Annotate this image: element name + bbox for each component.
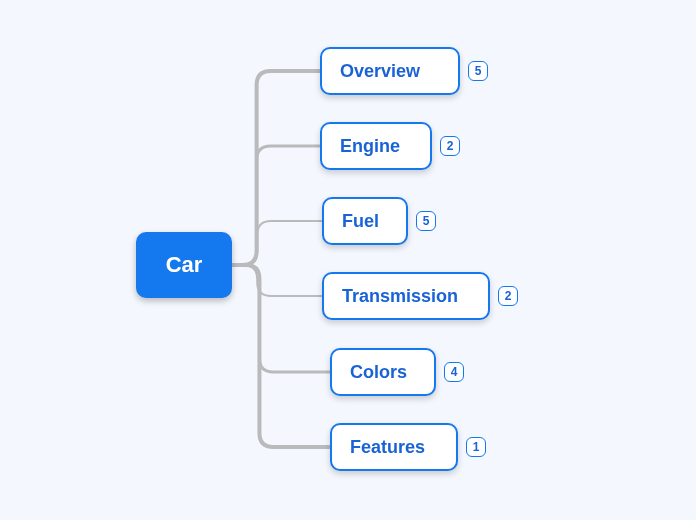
count-badge-value: 5 [423,214,430,228]
mindmap-canvas: Car Overview 5 Engine 2 Fuel 5 Transmiss… [0,0,696,520]
count-badge-value: 2 [505,289,512,303]
root-node-car[interactable]: Car [136,232,232,298]
child-node-label: Transmission [342,286,458,307]
child-node-label: Overview [340,61,420,82]
count-badge-value: 5 [475,64,482,78]
root-node-label: Car [166,252,203,278]
child-node-label: Features [350,437,425,458]
child-node-colors[interactable]: Colors [330,348,436,396]
count-badge-colors[interactable]: 4 [444,362,464,382]
child-node-overview[interactable]: Overview [320,47,460,95]
child-node-features[interactable]: Features [330,423,458,471]
child-node-fuel[interactable]: Fuel [322,197,408,245]
count-badge-value: 1 [473,440,480,454]
count-badge-value: 2 [447,139,454,153]
child-node-label: Engine [340,136,400,157]
child-node-label: Colors [350,362,407,383]
child-node-label: Fuel [342,211,379,232]
count-badge-fuel[interactable]: 5 [416,211,436,231]
child-node-transmission[interactable]: Transmission [322,272,490,320]
child-node-engine[interactable]: Engine [320,122,432,170]
count-badge-overview[interactable]: 5 [468,61,488,81]
count-badge-features[interactable]: 1 [466,437,486,457]
count-badge-value: 4 [451,365,458,379]
count-badge-transmission[interactable]: 2 [498,286,518,306]
count-badge-engine[interactable]: 2 [440,136,460,156]
